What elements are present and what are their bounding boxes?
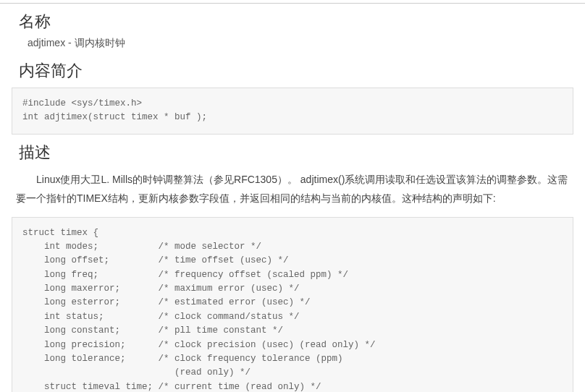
section-heading-name: 名称 [19,11,576,33]
section-heading-synopsis: 内容简介 [19,60,576,82]
synopsis-code-block: #include <sys/timex.h> int adjtimex(stru… [12,88,573,135]
struct-code-block: struct timex { int modes; /* mode select… [12,217,573,392]
man-page-container: 名称 adjtimex - 调内核时钟 内容简介 #include <sys/t… [0,11,585,392]
description-paragraph: Linux使用大卫L. Mills的时钟调整算法（参见RFC1305）。 adj… [16,171,569,208]
name-line: adjtimex - 调内核时钟 [28,37,576,50]
top-divider [0,3,585,4]
section-heading-description: 描述 [19,142,576,163]
